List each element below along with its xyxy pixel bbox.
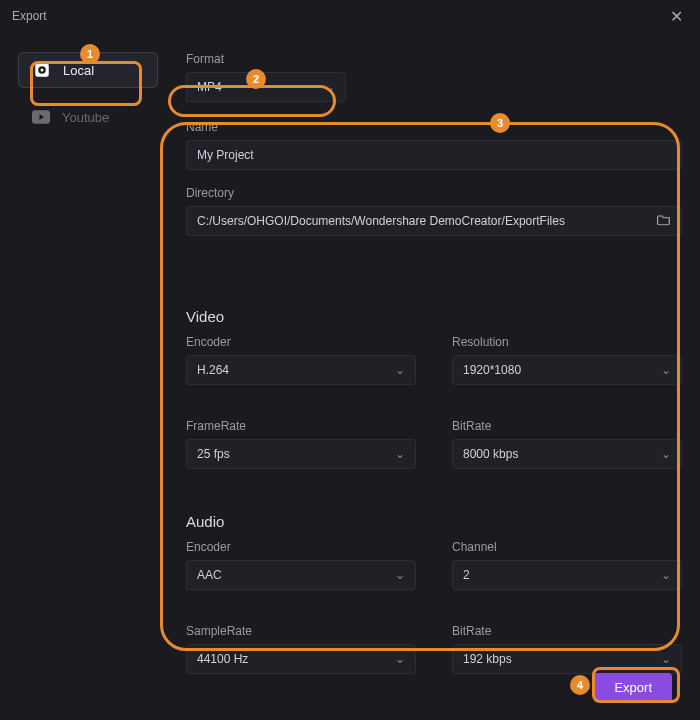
framerate-value: 25 fps — [197, 447, 230, 461]
channel-value: 2 — [463, 568, 470, 582]
name-label: Name — [186, 120, 682, 134]
chevron-down-icon: ⌄ — [661, 652, 671, 666]
resolution-select[interactable]: 1920*1080 ⌄ — [452, 355, 682, 385]
chevron-down-icon: ⌄ — [395, 447, 405, 461]
audio-encoder-label: Encoder — [186, 540, 416, 554]
video-bitrate-label: BitRate — [452, 419, 682, 433]
chevron-down-icon: ⌄ — [395, 652, 405, 666]
sidebar-item-local[interactable]: Local — [18, 52, 158, 88]
audio-section-title: Audio — [186, 513, 682, 530]
svg-point-2 — [41, 69, 44, 72]
audio-encoder-select[interactable]: AAC ⌄ — [186, 560, 416, 590]
main-panel: Format MP4 ⌄ Name My Project Directory C… — [158, 52, 682, 690]
directory-input[interactable]: C:/Users/OHGOI/Documents/Wondershare Dem… — [186, 206, 682, 236]
audio-bitrate-value: 192 kbps — [463, 652, 512, 666]
name-value: My Project — [197, 148, 254, 162]
samplerate-select[interactable]: 44100 Hz ⌄ — [186, 644, 416, 674]
samplerate-value: 44100 Hz — [197, 652, 248, 666]
audio-encoder-value: AAC — [197, 568, 222, 582]
window-title: Export — [12, 9, 47, 23]
title-bar: Export ✕ — [0, 0, 700, 32]
channel-label: Channel — [452, 540, 682, 554]
video-encoder-label: Encoder — [186, 335, 416, 349]
video-bitrate-select[interactable]: 8000 kbps ⌄ — [452, 439, 682, 469]
resolution-value: 1920*1080 — [463, 363, 521, 377]
sidebar: Local Youtube — [18, 52, 158, 690]
video-encoder-value: H.264 — [197, 363, 229, 377]
chevron-down-icon: ⌄ — [325, 80, 335, 94]
framerate-select[interactable]: 25 fps ⌄ — [186, 439, 416, 469]
format-label: Format — [186, 52, 346, 66]
export-button[interactable]: Export — [594, 673, 672, 702]
chevron-down-icon: ⌄ — [661, 447, 671, 461]
chevron-down-icon: ⌄ — [395, 363, 405, 377]
channel-select[interactable]: 2 ⌄ — [452, 560, 682, 590]
sidebar-item-label: Local — [63, 63, 94, 78]
chevron-down-icon: ⌄ — [661, 363, 671, 377]
video-section-title: Video — [186, 308, 682, 325]
video-encoder-select[interactable]: H.264 ⌄ — [186, 355, 416, 385]
format-select[interactable]: MP4 ⌄ — [186, 72, 346, 102]
format-value: MP4 — [197, 80, 222, 94]
local-icon — [33, 61, 51, 79]
audio-bitrate-label: BitRate — [452, 624, 682, 638]
audio-bitrate-select[interactable]: 192 kbps ⌄ — [452, 644, 682, 674]
samplerate-label: SampleRate — [186, 624, 416, 638]
name-input[interactable]: My Project — [186, 140, 682, 170]
sidebar-item-youtube[interactable]: Youtube — [18, 100, 158, 134]
folder-icon[interactable] — [657, 214, 671, 229]
youtube-icon — [32, 108, 50, 126]
directory-label: Directory — [186, 186, 682, 200]
video-bitrate-value: 8000 kbps — [463, 447, 518, 461]
chevron-down-icon: ⌄ — [661, 568, 671, 582]
chevron-down-icon: ⌄ — [395, 568, 405, 582]
close-icon[interactable]: ✕ — [664, 7, 688, 26]
sidebar-item-label: Youtube — [62, 110, 109, 125]
directory-value: C:/Users/OHGOI/Documents/Wondershare Dem… — [197, 214, 565, 228]
framerate-label: FrameRate — [186, 419, 416, 433]
resolution-label: Resolution — [452, 335, 682, 349]
